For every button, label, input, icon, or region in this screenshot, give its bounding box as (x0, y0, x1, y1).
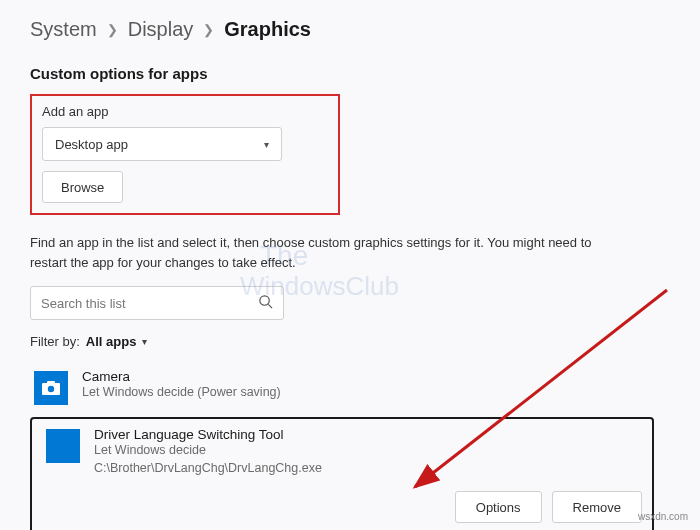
svg-point-3 (48, 386, 54, 392)
app-path: C:\Brother\DrvLangChg\DrvLangChg.exe (94, 460, 322, 478)
app-name: Driver Language Switching Tool (94, 427, 322, 442)
search-input[interactable] (41, 296, 258, 311)
chevron-down-icon: ▾ (142, 336, 147, 347)
filter-by[interactable]: Filter by: All apps ▾ (30, 334, 670, 349)
app-name: Camera (82, 369, 281, 384)
app-row-camera[interactable]: Camera Let Windows decide (Power saving) (30, 363, 670, 411)
app-type-dropdown[interactable]: Desktop app ▾ (42, 127, 282, 161)
filter-value: All apps (86, 334, 137, 349)
svg-point-0 (260, 295, 269, 304)
app-desc: Let Windows decide (Power saving) (82, 384, 281, 402)
breadcrumb-system[interactable]: System (30, 18, 97, 41)
svg-line-1 (268, 304, 272, 308)
search-icon (258, 294, 273, 313)
remove-button[interactable]: Remove (552, 491, 642, 523)
chevron-right-icon: ❯ (107, 22, 118, 37)
app-row-driver[interactable]: Driver Language Switching Tool Let Windo… (42, 427, 642, 483)
chevron-right-icon: ❯ (203, 22, 214, 37)
add-app-label: Add an app (42, 104, 328, 119)
selected-app-panel: Driver Language Switching Tool Let Windo… (30, 417, 654, 530)
search-box[interactable] (30, 286, 284, 320)
browse-button[interactable]: Browse (42, 171, 123, 203)
breadcrumb-graphics: Graphics (224, 18, 311, 41)
breadcrumb: System ❯ Display ❯ Graphics (30, 18, 670, 41)
breadcrumb-display[interactable]: Display (128, 18, 194, 41)
dropdown-value: Desktop app (55, 137, 128, 152)
svg-rect-4 (47, 381, 55, 384)
add-app-panel: Add an app Desktop app ▾ Browse (30, 94, 340, 215)
attribution: wsxdn.com (638, 511, 688, 522)
app-generic-icon (46, 429, 80, 463)
chevron-down-icon: ▾ (264, 139, 269, 150)
app-desc: Let Windows decide (94, 442, 322, 460)
options-button[interactable]: Options (455, 491, 542, 523)
camera-icon (34, 371, 68, 405)
helper-text: Find an app in the list and select it, t… (30, 233, 620, 272)
filter-label: Filter by: (30, 334, 80, 349)
section-title: Custom options for apps (30, 65, 670, 82)
